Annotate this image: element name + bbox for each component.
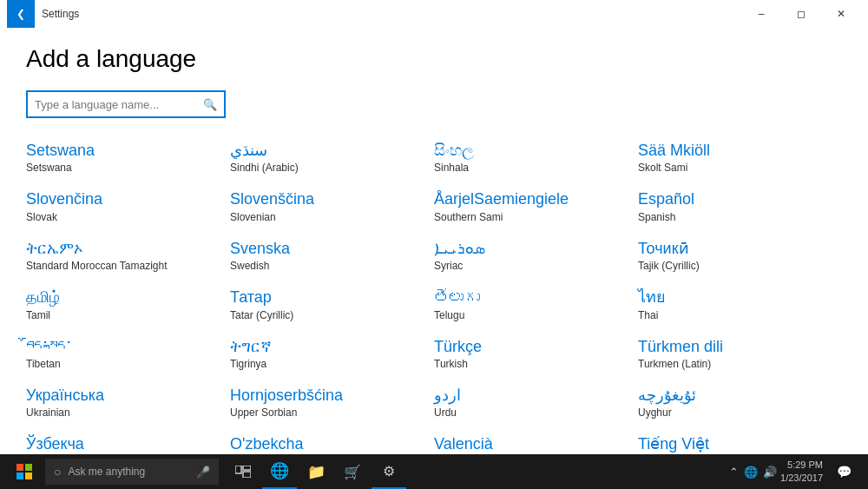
network-icon: 🌐: [744, 466, 758, 479]
language-sub: Thai: [638, 309, 835, 321]
system-tray-icons: ⌃ 🌐 🔊: [729, 466, 777, 479]
list-item[interactable]: Точикӣ Tajik (Cyrillic): [638, 234, 842, 277]
language-sub: Turkmen (Latin): [638, 358, 835, 370]
list-item[interactable]: Español Spanish: [638, 184, 842, 228]
language-name: Setswana: [26, 141, 223, 161]
list-item[interactable]: Sää Mkiöll Skolt Sami: [638, 135, 842, 179]
language-sub: Urdu: [434, 406, 631, 419]
language-sub: Southern Sami: [434, 211, 631, 223]
search-input[interactable]: [35, 98, 198, 111]
language-grid: Setswana Setswana سنڌي Sindhi (Arabic) ස…: [26, 135, 842, 454]
svg-rect-3: [25, 472, 32, 479]
language-name: བོད་སྐད་: [26, 337, 223, 357]
task-view-button[interactable]: [226, 454, 260, 489]
edge-button[interactable]: 🌐: [262, 454, 297, 489]
language-name: Ўзбекча: [26, 434, 223, 454]
time-display: 5:29 PM: [780, 459, 823, 472]
language-sub: Tatar (Cyrillic): [230, 309, 427, 321]
maximize-icon: ◻: [797, 8, 806, 20]
list-item[interactable]: Slovenčina Slovak: [26, 184, 230, 228]
list-item[interactable]: Українська Ukrainian: [26, 380, 230, 424]
language-name: Slovenčina: [26, 189, 223, 209]
close-button[interactable]: ✕: [821, 0, 861, 28]
language-name: Tiếng Việt: [638, 434, 835, 454]
list-item[interactable]: සිංහල Sinhala: [434, 135, 638, 179]
language-sub: Sindhi (Arabic): [230, 162, 427, 174]
language-name: ไทย: [638, 287, 835, 307]
language-name: ትርኤምኦ: [26, 239, 223, 259]
language-sub: Telugu: [434, 309, 631, 321]
svg-rect-2: [16, 472, 23, 479]
volume-icon: 🔊: [763, 466, 777, 479]
minimize-icon: –: [759, 8, 765, 20]
language-name: தமிழ்: [26, 287, 223, 307]
language-name: Sää Mkiöll: [638, 141, 835, 161]
list-item[interactable]: Hornjoserbšćina Upper Sorbian: [230, 380, 434, 424]
search-box[interactable]: 🔍: [26, 90, 226, 118]
svg-rect-5: [243, 466, 251, 470]
list-item[interactable]: O'zbekcha Uzbek (Latin): [230, 429, 434, 454]
back-button[interactable]: ❮: [7, 0, 35, 28]
svg-rect-0: [16, 464, 23, 471]
app-title: Settings: [42, 8, 79, 20]
list-item[interactable]: ትርኤምኦ Standard Moroccan Tamazight: [26, 234, 230, 277]
taskbar-search[interactable]: ○ Ask me anything 🎤: [45, 459, 219, 485]
svg-rect-4: [235, 466, 241, 473]
language-name: Slovenščina: [230, 189, 427, 209]
language-sub: Spanish: [638, 211, 835, 223]
chevron-icon: ⌃: [729, 466, 739, 479]
list-item[interactable]: ئۇيغۇرچە Uyghur: [638, 380, 842, 424]
clock: 5:29 PM 1/23/2017: [780, 459, 823, 486]
list-item[interactable]: Татар Tatar (Cyrillic): [230, 282, 434, 326]
language-name: Hornjoserbšćina: [230, 386, 427, 406]
language-name: Svenska: [230, 239, 427, 259]
start-button[interactable]: [7, 454, 42, 489]
list-item[interactable]: ÅarjelSaemiengiele Southern Sami: [434, 184, 638, 228]
windows-icon: [16, 464, 32, 479]
language-sub: Slovenian: [230, 211, 427, 223]
language-sub: Tigrinya: [230, 358, 427, 370]
list-item[interactable]: اردو Urdu: [434, 380, 638, 424]
list-item[interactable]: Türkçe Turkish: [434, 332, 638, 375]
page-content: Add a language 🔍 Setswana Setswana سنڌي …: [0, 28, 868, 454]
list-item[interactable]: తెలుగు Telugu: [434, 282, 638, 326]
title-bar-left: ❮ Settings: [7, 0, 79, 28]
list-item[interactable]: Svenska Swedish: [230, 234, 434, 277]
language-name: Українська: [26, 386, 223, 406]
list-item[interactable]: Tiếng Việt Vietnamese: [638, 429, 842, 454]
language-sub: Ukrainian: [26, 406, 223, 419]
language-sub: Uyghur: [638, 406, 835, 419]
list-item[interactable]: தமிழ் Tamil: [26, 282, 230, 326]
language-sub: Syriac: [434, 260, 631, 272]
list-item[interactable]: Ўзбекча Uzbek (Cyrillic): [26, 429, 230, 454]
language-name: Valencià: [434, 434, 631, 454]
svg-rect-6: [243, 472, 251, 478]
list-item[interactable]: ትግርኛ Tigrinya: [230, 332, 434, 375]
list-item[interactable]: ܣܘܪܝܝܐ Syriac: [434, 234, 638, 277]
store-button[interactable]: 🛒: [335, 454, 370, 489]
language-sub: Upper Sorbian: [230, 406, 427, 419]
list-item[interactable]: Slovenščina Slovenian: [230, 184, 434, 228]
list-item[interactable]: Setswana Setswana: [26, 135, 230, 179]
language-name: Точикӣ: [638, 239, 835, 259]
list-item[interactable]: سنڌي Sindhi (Arabic): [230, 135, 434, 179]
settings-button[interactable]: ⚙: [372, 454, 406, 489]
language-sub: Tajik (Cyrillic): [638, 260, 835, 272]
list-item[interactable]: བོད་སྐད་ Tibetan: [26, 332, 230, 375]
maximize-button[interactable]: ◻: [781, 0, 821, 28]
taskbar-right: ⌃ 🌐 🔊 5:29 PM 1/23/2017 💬: [729, 454, 861, 489]
svg-rect-1: [25, 464, 32, 471]
list-item[interactable]: Türkmen dili Turkmen (Latin): [638, 332, 842, 375]
list-item[interactable]: ไทย Thai: [638, 282, 842, 326]
date-display: 1/23/2017: [780, 472, 823, 485]
language-sub: Slovak: [26, 211, 223, 223]
language-name: O'zbekcha: [230, 434, 427, 454]
title-bar: ❮ Settings – ◻ ✕: [0, 0, 868, 28]
cortana-icon: ○: [54, 465, 61, 479]
language-name: සිංහල: [434, 141, 631, 161]
list-item[interactable]: Valencià Valencian: [434, 429, 638, 454]
explorer-button[interactable]: 📁: [299, 454, 333, 489]
notification-button[interactable]: 💬: [826, 454, 861, 489]
minimize-button[interactable]: –: [741, 0, 781, 28]
language-name: اردو: [434, 386, 631, 406]
